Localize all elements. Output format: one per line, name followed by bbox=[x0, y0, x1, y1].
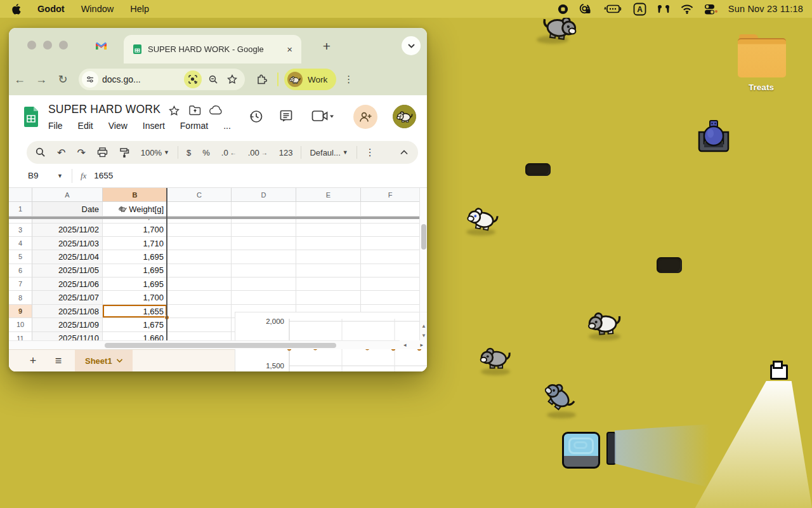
row-header-7[interactable]: 7 bbox=[9, 277, 32, 291]
version-history-icon[interactable] bbox=[249, 109, 263, 126]
move-to-folder-icon[interactable] bbox=[189, 105, 201, 118]
cell-A10[interactable]: 2025/11/09 bbox=[32, 318, 103, 331]
cell-B3[interactable]: 1,700 bbox=[103, 224, 167, 237]
account-avatar[interactable] bbox=[393, 105, 416, 128]
name-box[interactable]: B9 bbox=[9, 171, 57, 180]
pinned-tab-gmail[interactable] bbox=[91, 37, 110, 55]
cell-F6[interactable] bbox=[361, 264, 419, 277]
cell-A2[interactable]: 2025/11/01 bbox=[32, 219, 103, 224]
cell-A5[interactable]: 2025/11/04 bbox=[32, 250, 103, 264]
meet-video-icon[interactable] bbox=[311, 109, 334, 126]
grid-corner[interactable] bbox=[9, 188, 32, 202]
decrease-decimal-button[interactable]: .0← bbox=[216, 148, 242, 157]
zoom-window-button[interactable] bbox=[59, 41, 68, 50]
cell-A9[interactable]: 2025/11/08 bbox=[32, 305, 103, 318]
cell-A8[interactable]: 2025/11/07 bbox=[32, 291, 103, 304]
sheets-menu-format[interactable]: Format bbox=[180, 121, 208, 131]
cell-A7[interactable]: 2025/11/06 bbox=[32, 277, 103, 291]
add-sheet-button[interactable]: + bbox=[20, 354, 46, 368]
cell-F2[interactable] bbox=[361, 219, 419, 224]
browser-menu-icon[interactable]: ⋮ bbox=[344, 74, 354, 85]
screen-record-icon[interactable] bbox=[558, 4, 568, 15]
more-formats-button[interactable]: 123 bbox=[273, 148, 299, 157]
cell-E8[interactable] bbox=[296, 291, 361, 304]
input-source-icon[interactable]: A bbox=[633, 3, 646, 16]
format-currency-button[interactable]: $ bbox=[181, 148, 197, 157]
all-sheets-button[interactable]: ≡ bbox=[46, 354, 71, 368]
toolbar-more-icon[interactable]: ⋮ bbox=[360, 147, 381, 158]
sheets-menu-insert[interactable]: Insert bbox=[143, 121, 165, 131]
cell-B4[interactable]: 1,710 bbox=[103, 237, 167, 250]
wifi-icon[interactable] bbox=[681, 4, 693, 14]
sheets-menu-edit[interactable]: Edit bbox=[78, 121, 93, 131]
star-document-icon[interactable] bbox=[169, 105, 180, 119]
vertical-scrollbar[interactable]: ▲ ▼ bbox=[419, 188, 427, 340]
cell-A11[interactable]: 2025/11/10 bbox=[32, 332, 103, 340]
row-header-8[interactable]: 8 bbox=[9, 291, 32, 304]
cell-E7[interactable] bbox=[296, 277, 361, 291]
sheets-menu-view[interactable]: View bbox=[108, 121, 128, 131]
vertical-scrollbar-thumb[interactable] bbox=[421, 224, 426, 250]
column-header-E[interactable]: E bbox=[296, 188, 361, 202]
cell-B1[interactable]: Weight[g] bbox=[103, 202, 167, 217]
airpods-icon[interactable] bbox=[657, 4, 670, 14]
cell-C5[interactable] bbox=[167, 250, 232, 264]
cell-E4[interactable] bbox=[296, 237, 361, 250]
cell-F5[interactable] bbox=[361, 250, 419, 264]
food-pellet[interactable] bbox=[657, 257, 682, 273]
column-header-B[interactable]: B bbox=[103, 188, 167, 202]
cell-D3[interactable] bbox=[232, 224, 296, 237]
cell-D5[interactable] bbox=[232, 250, 296, 264]
formula-input[interactable]: 1655 bbox=[94, 171, 113, 180]
row-header-10[interactable]: 10 bbox=[9, 318, 32, 331]
row-header-4[interactable]: 4 bbox=[9, 237, 32, 250]
format-percent-button[interactable]: % bbox=[197, 148, 216, 157]
cell-B6[interactable]: 1,695 bbox=[103, 264, 167, 277]
cell-A1[interactable]: Date bbox=[32, 202, 103, 217]
frozen-column-divider[interactable] bbox=[166, 188, 167, 340]
cell-D7[interactable] bbox=[232, 277, 296, 291]
cell-A3[interactable]: 2025/11/02 bbox=[32, 224, 103, 237]
treats-folder-icon[interactable] bbox=[738, 38, 786, 77]
menu-app-name[interactable]: Godot bbox=[37, 4, 65, 14]
saved-to-drive-icon[interactable] bbox=[209, 105, 223, 117]
bookmark-star-icon[interactable] bbox=[225, 74, 240, 84]
tab-search-button[interactable] bbox=[402, 36, 421, 55]
zoom-select[interactable]: 100% ▼ bbox=[135, 148, 175, 157]
cell-E2[interactable] bbox=[296, 219, 361, 224]
cell-A4[interactable]: 2025/11/03 bbox=[32, 237, 103, 250]
sheets-menu-[interactable]: ... bbox=[223, 121, 231, 131]
blue-rat-on-scale[interactable] bbox=[695, 119, 732, 152]
cell-B11[interactable]: 1,660 bbox=[103, 332, 167, 340]
row-header-9[interactable]: 9 bbox=[9, 305, 32, 318]
cell-F4[interactable] bbox=[361, 237, 419, 250]
paint-format-icon[interactable] bbox=[114, 147, 135, 158]
cell-A6[interactable]: 2025/11/05 bbox=[32, 264, 103, 277]
scroll-down-button[interactable]: ▼ bbox=[420, 331, 427, 340]
toolbar-search-icon[interactable] bbox=[27, 147, 51, 157]
address-bar[interactable]: docs.go... bbox=[79, 69, 245, 90]
row-header-5[interactable]: 5 bbox=[9, 250, 32, 264]
row-header-2[interactable]: 2 bbox=[9, 219, 32, 224]
cell-E5[interactable] bbox=[296, 250, 361, 264]
cell-F7[interactable] bbox=[361, 277, 419, 291]
share-button[interactable] bbox=[353, 105, 377, 129]
horizontal-scrollbar[interactable] bbox=[9, 340, 419, 349]
cell-B8[interactable]: 1,700 bbox=[103, 291, 167, 304]
sheets-logo-icon[interactable] bbox=[23, 107, 39, 130]
cell-F3[interactable] bbox=[361, 224, 419, 237]
minimize-window-button[interactable] bbox=[43, 41, 52, 50]
row-header[interactable]: 1 bbox=[9, 202, 32, 217]
cell-C7[interactable] bbox=[167, 277, 232, 291]
battery-icon[interactable] bbox=[602, 4, 622, 13]
cell-D4[interactable] bbox=[232, 237, 296, 250]
row-header-11[interactable]: 11 bbox=[9, 332, 32, 340]
profile-chip[interactable]: Work bbox=[284, 69, 336, 90]
cell-B9[interactable]: 1,655 bbox=[103, 305, 167, 318]
cell-D2[interactable] bbox=[232, 219, 296, 224]
cell-C1[interactable] bbox=[167, 202, 232, 217]
google-lens-icon[interactable] bbox=[184, 70, 202, 88]
cell-C11[interactable] bbox=[167, 332, 232, 340]
site-settings-icon[interactable] bbox=[82, 71, 98, 88]
cell-C9[interactable] bbox=[167, 305, 232, 318]
